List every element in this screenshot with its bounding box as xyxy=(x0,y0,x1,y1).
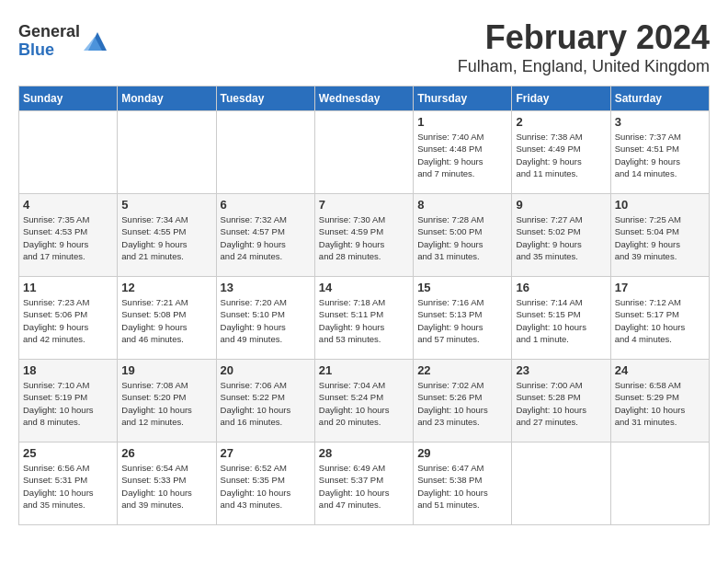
day-info: Sunrise: 7:40 AM Sunset: 4:48 PM Dayligh… xyxy=(417,131,507,179)
day-number: 23 xyxy=(516,363,606,377)
day-info: Sunrise: 7:10 AM Sunset: 5:19 PM Dayligh… xyxy=(23,379,113,428)
logo-icon xyxy=(84,28,111,55)
day-number: 28 xyxy=(319,446,409,460)
day-number: 13 xyxy=(221,281,311,294)
day-info: Sunrise: 7:16 AM Sunset: 5:13 PM Dayligh… xyxy=(417,296,507,345)
calendar-week-2: 4Sunrise: 7:35 AM Sunset: 4:53 PM Daylig… xyxy=(19,194,710,277)
day-info: Sunrise: 6:56 AM Sunset: 5:31 PM Dayligh… xyxy=(23,462,113,511)
weekday-header-monday: Monday xyxy=(118,86,216,111)
day-number: 25 xyxy=(23,446,113,460)
calendar-cell: 18Sunrise: 7:10 AM Sunset: 5:19 PM Dayli… xyxy=(19,360,118,442)
day-info: Sunrise: 7:30 AM Sunset: 4:59 PM Dayligh… xyxy=(319,213,409,262)
calendar-cell: 13Sunrise: 7:20 AM Sunset: 5:10 PM Dayli… xyxy=(216,277,314,360)
day-number: 1 xyxy=(417,115,507,129)
day-number: 26 xyxy=(121,446,211,460)
calendar-week-4: 18Sunrise: 7:10 AM Sunset: 5:19 PM Dayli… xyxy=(19,360,710,442)
day-info: Sunrise: 6:54 AM Sunset: 5:33 PM Dayligh… xyxy=(121,462,211,511)
day-number: 14 xyxy=(319,281,409,294)
day-number: 20 xyxy=(221,363,311,377)
calendar-cell xyxy=(610,442,709,525)
day-info: Sunrise: 7:21 AM Sunset: 5:08 PM Dayligh… xyxy=(121,296,211,345)
logo: General Blue xyxy=(18,23,111,60)
day-number: 10 xyxy=(615,198,705,212)
day-number: 5 xyxy=(121,198,211,212)
day-number: 18 xyxy=(23,363,113,377)
day-info: Sunrise: 7:08 AM Sunset: 5:20 PM Dayligh… xyxy=(121,379,211,428)
page-header: General Blue February 2024 Fulham, Engla… xyxy=(18,18,710,76)
calendar-cell: 19Sunrise: 7:08 AM Sunset: 5:20 PM Dayli… xyxy=(118,360,216,442)
calendar-week-3: 11Sunrise: 7:23 AM Sunset: 5:06 PM Dayli… xyxy=(19,277,710,360)
logo-blue-text: Blue xyxy=(18,41,80,60)
day-number: 2 xyxy=(516,115,606,129)
day-info: Sunrise: 7:37 AM Sunset: 4:51 PM Dayligh… xyxy=(615,131,705,179)
day-info: Sunrise: 6:58 AM Sunset: 5:29 PM Dayligh… xyxy=(615,379,705,428)
day-number: 17 xyxy=(615,281,705,294)
calendar-cell xyxy=(512,442,610,525)
day-number: 11 xyxy=(23,281,113,294)
calendar-cell: 10Sunrise: 7:25 AM Sunset: 5:04 PM Dayli… xyxy=(610,194,709,277)
day-info: Sunrise: 6:49 AM Sunset: 5:37 PM Dayligh… xyxy=(319,462,409,511)
day-number: 6 xyxy=(221,198,311,212)
day-number: 15 xyxy=(417,281,507,294)
calendar-cell: 9Sunrise: 7:27 AM Sunset: 5:02 PM Daylig… xyxy=(512,194,610,277)
calendar-cell xyxy=(216,111,314,194)
day-number: 16 xyxy=(516,281,606,294)
day-info: Sunrise: 7:23 AM Sunset: 5:06 PM Dayligh… xyxy=(23,296,113,345)
calendar-cell xyxy=(314,111,413,194)
calendar-cell: 7Sunrise: 7:30 AM Sunset: 4:59 PM Daylig… xyxy=(314,194,413,277)
day-info: Sunrise: 7:18 AM Sunset: 5:11 PM Dayligh… xyxy=(319,296,409,345)
calendar-cell: 2Sunrise: 7:38 AM Sunset: 4:49 PM Daylig… xyxy=(512,111,610,194)
calendar-cell: 29Sunrise: 6:47 AM Sunset: 5:38 PM Dayli… xyxy=(414,442,512,525)
day-number: 24 xyxy=(615,363,705,377)
calendar-cell: 8Sunrise: 7:28 AM Sunset: 5:00 PM Daylig… xyxy=(414,194,512,277)
day-info: Sunrise: 7:27 AM Sunset: 5:02 PM Dayligh… xyxy=(516,213,606,262)
calendar-cell: 11Sunrise: 7:23 AM Sunset: 5:06 PM Dayli… xyxy=(19,277,118,360)
month-title: February 2024 xyxy=(458,18,710,57)
day-number: 22 xyxy=(417,363,507,377)
calendar-cell: 26Sunrise: 6:54 AM Sunset: 5:33 PM Dayli… xyxy=(118,442,216,525)
day-info: Sunrise: 7:06 AM Sunset: 5:22 PM Dayligh… xyxy=(221,379,311,428)
day-info: Sunrise: 7:34 AM Sunset: 4:55 PM Dayligh… xyxy=(121,213,211,262)
weekday-header-thursday: Thursday xyxy=(414,86,512,111)
weekday-header-row: SundayMondayTuesdayWednesdayThursdayFrid… xyxy=(19,86,710,111)
calendar-cell: 24Sunrise: 6:58 AM Sunset: 5:29 PM Dayli… xyxy=(610,360,709,442)
weekday-header-wednesday: Wednesday xyxy=(314,86,413,111)
calendar-cell: 17Sunrise: 7:12 AM Sunset: 5:17 PM Dayli… xyxy=(610,277,709,360)
weekday-header-friday: Friday xyxy=(512,86,610,111)
calendar-week-1: 1Sunrise: 7:40 AM Sunset: 4:48 PM Daylig… xyxy=(19,111,710,194)
day-info: Sunrise: 6:47 AM Sunset: 5:38 PM Dayligh… xyxy=(417,462,507,511)
day-number: 7 xyxy=(319,198,409,212)
day-number: 12 xyxy=(121,281,211,294)
day-info: Sunrise: 7:14 AM Sunset: 5:15 PM Dayligh… xyxy=(516,296,606,345)
calendar-cell xyxy=(19,111,118,194)
day-info: Sunrise: 7:35 AM Sunset: 4:53 PM Dayligh… xyxy=(23,213,113,262)
title-section: February 2024 Fulham, England, United Ki… xyxy=(458,18,710,76)
day-info: Sunrise: 7:04 AM Sunset: 5:24 PM Dayligh… xyxy=(319,379,409,428)
day-number: 27 xyxy=(221,446,311,460)
day-number: 19 xyxy=(121,363,211,377)
location-title: Fulham, England, United Kingdom xyxy=(458,57,710,76)
weekday-header-tuesday: Tuesday xyxy=(216,86,314,111)
calendar-cell: 20Sunrise: 7:06 AM Sunset: 5:22 PM Dayli… xyxy=(216,360,314,442)
calendar-cell xyxy=(118,111,216,194)
weekday-header-saturday: Saturday xyxy=(610,86,709,111)
calendar-cell: 1Sunrise: 7:40 AM Sunset: 4:48 PM Daylig… xyxy=(414,111,512,194)
calendar-cell: 16Sunrise: 7:14 AM Sunset: 5:15 PM Dayli… xyxy=(512,277,610,360)
day-number: 3 xyxy=(615,115,705,129)
day-info: Sunrise: 7:32 AM Sunset: 4:57 PM Dayligh… xyxy=(221,213,311,262)
calendar-cell: 5Sunrise: 7:34 AM Sunset: 4:55 PM Daylig… xyxy=(118,194,216,277)
calendar-cell: 21Sunrise: 7:04 AM Sunset: 5:24 PM Dayli… xyxy=(314,360,413,442)
day-number: 9 xyxy=(516,198,606,212)
calendar-table: SundayMondayTuesdayWednesdayThursdayFrid… xyxy=(18,86,710,525)
calendar-cell: 6Sunrise: 7:32 AM Sunset: 4:57 PM Daylig… xyxy=(216,194,314,277)
day-info: Sunrise: 7:02 AM Sunset: 5:26 PM Dayligh… xyxy=(417,379,507,428)
day-number: 8 xyxy=(417,198,507,212)
calendar-cell: 27Sunrise: 6:52 AM Sunset: 5:35 PM Dayli… xyxy=(216,442,314,525)
calendar-cell: 23Sunrise: 7:00 AM Sunset: 5:28 PM Dayli… xyxy=(512,360,610,442)
day-info: Sunrise: 7:12 AM Sunset: 5:17 PM Dayligh… xyxy=(615,296,705,345)
day-info: Sunrise: 7:20 AM Sunset: 5:10 PM Dayligh… xyxy=(221,296,311,345)
weekday-header-sunday: Sunday xyxy=(19,86,118,111)
day-info: Sunrise: 7:25 AM Sunset: 5:04 PM Dayligh… xyxy=(615,213,705,262)
calendar-body: 1Sunrise: 7:40 AM Sunset: 4:48 PM Daylig… xyxy=(19,111,710,525)
calendar-header: SundayMondayTuesdayWednesdayThursdayFrid… xyxy=(19,86,710,111)
